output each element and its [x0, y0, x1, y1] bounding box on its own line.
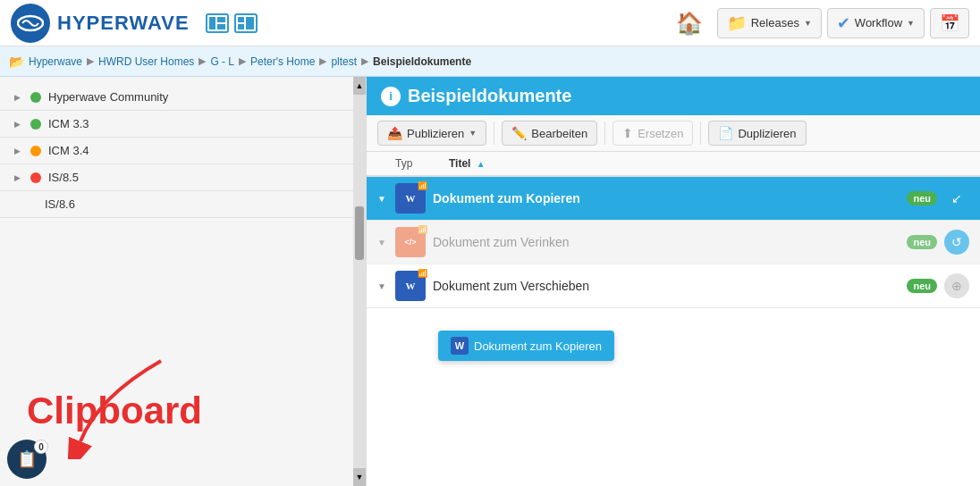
table-row[interactable]: ▼ W 📶 Dokument zum Verschieben neu ⊕: [367, 264, 980, 308]
col-titel-label: Titel: [449, 157, 470, 170]
table-row[interactable]: ▼ </> 📶 Dokument zum Verinken neu ↺: [367, 221, 980, 264]
si-dot-1: [30, 92, 41, 103]
content-area: i Beispieldokumente 📤 Publizieren ▼ ✏️ B…: [367, 77, 980, 486]
breadcrumb-pltest[interactable]: pltest: [331, 55, 357, 68]
duplizieren-button[interactable]: 📄 Duplizieren: [708, 121, 806, 146]
row-title-1: Dokument zum Kopieren: [433, 191, 907, 205]
scrollbar-down[interactable]: ▼: [353, 468, 366, 486]
badge-neu-1: neu: [907, 191, 937, 205]
row-action-3[interactable]: ⊕: [944, 273, 969, 298]
row-expand-1[interactable]: ▼: [377, 194, 395, 204]
si-arrow-1: ▶: [14, 93, 23, 102]
header: HYPERWAVE 🏠 📁 Releases ▼ ✔ Workflow ▼ 📅: [0, 0, 980, 46]
breadcrumb-peters-home[interactable]: Peter's Home: [250, 55, 315, 68]
workflow-label: Workflow: [855, 16, 902, 29]
ersetzen-button[interactable]: ⬆ Ersetzen: [612, 121, 693, 146]
col-typ-label: Typ: [395, 157, 412, 170]
tooltip-label: Dokument zum Kopieren: [474, 339, 602, 353]
row-action-1[interactable]: ↙: [944, 186, 969, 211]
badge-neu-2: neu: [907, 235, 937, 249]
calendar-button[interactable]: 📅: [930, 8, 969, 38]
si-dot-4: [30, 172, 41, 183]
toolbar-sep-2: [604, 122, 605, 145]
content-title: Beispieldokumente: [408, 86, 571, 106]
clipboard-count: 0: [34, 440, 48, 454]
releases-label: Releases: [751, 16, 799, 29]
copy-tooltip[interactable]: W Dokument zum Kopieren: [438, 331, 614, 361]
svg-rect-4: [238, 17, 244, 22]
duplizieren-label: Duplizieren: [738, 127, 796, 140]
layout-icons[interactable]: [206, 13, 258, 33]
breadcrumb-gl[interactable]: G - L: [210, 55, 234, 68]
scrollbar-track[interactable]: [353, 95, 366, 468]
col-typ-header: Typ: [395, 157, 449, 170]
breadcrumb-hwrd[interactable]: HWRD User Homes: [98, 55, 194, 68]
scrollbar-up[interactable]: ▲: [353, 77, 366, 95]
sidebar-item-community[interactable]: ▶ Hyperwave Community: [0, 84, 366, 111]
bearbeiten-label: Bearbeiten: [531, 127, 587, 140]
releases-button[interactable]: 📁 Releases ▼: [717, 8, 822, 38]
si-arrow-3: ▶: [14, 147, 23, 155]
releases-dropdown-arrow: ▼: [804, 19, 812, 28]
tooltip-w-icon: W: [455, 340, 464, 351]
svg-rect-2: [217, 17, 225, 22]
svg-rect-6: [246, 17, 254, 29]
publizieren-button[interactable]: 📤 Publizieren ▼: [377, 121, 486, 146]
si-dot-2: [30, 119, 41, 130]
info-icon: i: [381, 87, 401, 106]
wifi-icon-2: 📶: [418, 225, 427, 234]
breadcrumb: 📂 Hyperwave ▶ HWRD User Homes ▶ G - L ▶ …: [0, 46, 980, 77]
home-icon: 🏠: [676, 11, 703, 36]
wifi-icon-3: 📶: [418, 269, 427, 278]
row-expand-2[interactable]: ▼: [377, 238, 395, 247]
si-label-3: ICM 3.4: [48, 144, 89, 157]
ersetzen-icon: ⬆: [622, 126, 633, 140]
row-type-icon-1: W 📶: [395, 183, 426, 214]
word-icon-1: W: [406, 193, 416, 204]
sidebar: ▶ Hyperwave Community ▶ ICM 3.3 ▶ ICM 3.…: [0, 77, 367, 486]
sidebar-item-is85[interactable]: ▶ IS/8.5: [0, 164, 366, 191]
svg-rect-1: [209, 17, 215, 29]
layout-icon-2[interactable]: [234, 13, 258, 33]
row-action-2[interactable]: ↺: [944, 230, 969, 255]
html-icon-2: </>: [404, 238, 416, 247]
bc-sep-5: ▶: [361, 55, 368, 67]
bearbeiten-button[interactable]: ✏️ Bearbeiten: [502, 121, 597, 146]
toolbar-sep-1: [494, 122, 494, 145]
workflow-icon: ✔: [837, 13, 850, 33]
col-title-header[interactable]: Titel ▲: [449, 157, 969, 170]
scrollbar-thumb[interactable]: [355, 206, 364, 260]
logo-text: HYPERWAVE: [57, 12, 190, 35]
row-type-icon-3: W 📶: [395, 271, 426, 301]
bearbeiten-icon: ✏️: [511, 126, 527, 140]
breadcrumb-hyperwave[interactable]: Hyperwave: [29, 55, 82, 68]
calendar-icon: 📅: [940, 13, 959, 33]
home-button[interactable]: 🏠: [667, 6, 712, 40]
si-label-5: IS/8.6: [45, 197, 75, 211]
sidebar-item-is86[interactable]: IS/8.6: [0, 191, 366, 218]
svg-rect-3: [217, 24, 225, 29]
table-row[interactable]: ▼ W 📶 Dokument zum Kopieren neu ↙: [367, 177, 980, 221]
publizieren-label: Publizieren: [407, 127, 464, 140]
logo-image: [11, 4, 50, 43]
sidebar-scrollbar[interactable]: ▲ ▼: [353, 77, 366, 486]
row-expand-3[interactable]: ▼: [377, 281, 395, 291]
workflow-button[interactable]: ✔ Workflow ▼: [827, 8, 925, 38]
sidebar-item-icm34[interactable]: ▶ ICM 3.4: [0, 138, 366, 164]
bc-sep-4: ▶: [319, 55, 326, 67]
toolbar: 📤 Publizieren ▼ ✏️ Bearbeiten ⬆ Ersetzen…: [367, 115, 980, 152]
content-header: i Beispieldokumente: [367, 77, 980, 115]
main: ▶ Hyperwave Community ▶ ICM 3.3 ▶ ICM 3.…: [0, 77, 980, 486]
bc-sep-2: ▶: [199, 55, 206, 67]
clipboard-badge[interactable]: 📋 0: [7, 440, 46, 479]
row-title-3: Dokument zum Verschieben: [433, 279, 907, 293]
row-title-2: Dokument zum Verinken: [433, 235, 907, 249]
column-headers: Typ Titel ▲: [367, 152, 980, 177]
ersetzen-label: Ersetzen: [638, 127, 683, 140]
sort-arrow: ▲: [477, 159, 486, 169]
sidebar-scroll[interactable]: ▶ Hyperwave Community ▶ ICM 3.3 ▶ ICM 3.…: [0, 77, 366, 486]
bc-sep-1: ▶: [87, 55, 94, 67]
sidebar-item-icm33[interactable]: ▶ ICM 3.3: [0, 111, 366, 138]
layout-icon-1[interactable]: [206, 13, 229, 33]
publizieren-arrow: ▼: [469, 129, 477, 138]
